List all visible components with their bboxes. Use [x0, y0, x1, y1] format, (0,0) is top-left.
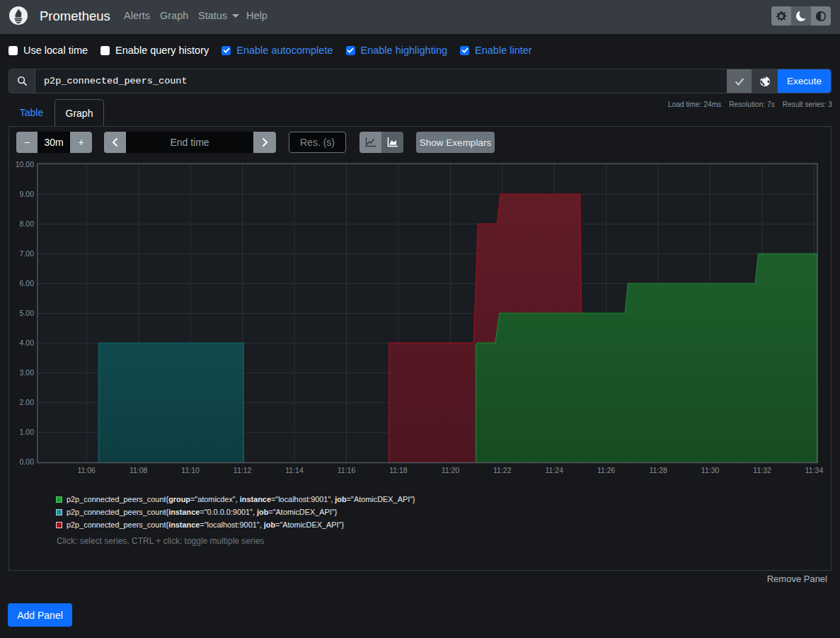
svg-text:3.00: 3.00 [20, 368, 35, 377]
svg-text:1.00: 1.00 [20, 428, 35, 436]
svg-text:11:08: 11:08 [130, 466, 148, 474]
svg-text:11:14: 11:14 [285, 466, 304, 474]
svg-text:10.00: 10.00 [16, 160, 34, 169]
svg-text:7.00: 7.00 [20, 249, 35, 258]
svg-text:11:06: 11:06 [77, 466, 96, 474]
svg-text:11:24: 11:24 [546, 466, 564, 474]
svg-text:11:12: 11:12 [234, 466, 252, 474]
svg-text:6.00: 6.00 [20, 279, 35, 287]
svg-text:11:10: 11:10 [181, 466, 200, 474]
svg-text:11:34: 11:34 [805, 466, 824, 474]
svg-text:11:30: 11:30 [701, 466, 720, 474]
svg-text:11:16: 11:16 [338, 466, 356, 474]
svg-text:11:32: 11:32 [753, 466, 771, 474]
svg-text:5.00: 5.00 [20, 309, 35, 317]
svg-text:4.00: 4.00 [20, 338, 35, 347]
svg-text:8.00: 8.00 [20, 220, 35, 228]
svg-text:11:26: 11:26 [597, 466, 616, 474]
svg-text:2.00: 2.00 [20, 398, 35, 406]
svg-text:11:22: 11:22 [493, 466, 512, 474]
svg-text:11:20: 11:20 [442, 466, 460, 474]
svg-text:11:28: 11:28 [649, 466, 667, 474]
svg-text:11:18: 11:18 [389, 466, 408, 474]
svg-text:0.00: 0.00 [20, 457, 35, 466]
svg-text:9.00: 9.00 [20, 190, 35, 198]
